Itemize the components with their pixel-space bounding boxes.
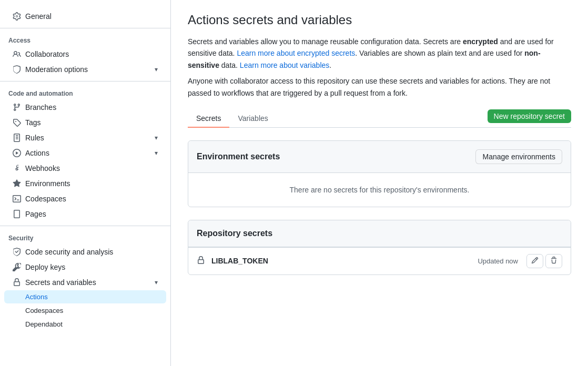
environment-secrets-header: Environment secrets Manage environments (188, 141, 571, 173)
sidebar-code-label: Code and automation (0, 86, 170, 99)
sidebar-collaborators-label: Collaborators (25, 50, 158, 58)
sidebar-item-moderation[interactable]: Moderation options ▾ (4, 62, 166, 77)
sidebar-item-environments[interactable]: Environments (4, 176, 166, 191)
desc-text-4: data. (219, 61, 240, 69)
sidebar-sub-dependabot-label: Dependabot (25, 320, 63, 328)
environment-secrets-title: Environment secrets (197, 152, 280, 161)
learn-secrets-link[interactable]: Learn more about encrypted secrets (237, 49, 355, 57)
sidebar-general-label: General (25, 12, 158, 21)
sidebar-security-label: Security (0, 230, 170, 244)
sidebar-tags-label: Tags (25, 118, 158, 127)
sidebar-sub-actions-label: Actions (25, 293, 48, 301)
learn-vars-link[interactable]: Learn more about variables (240, 61, 329, 69)
sidebar-divider-1 (0, 28, 170, 28)
tab-secrets[interactable]: Secrets (188, 110, 229, 128)
sidebar-item-code-security[interactable]: Code security and analysis (4, 245, 166, 259)
shield-check-icon (13, 248, 21, 256)
sidebar-moderation-label: Moderation options (25, 65, 150, 74)
sidebar-item-general[interactable]: General (4, 9, 166, 24)
sidebar-item-rules[interactable]: Rules ▾ (4, 130, 166, 145)
webhook-icon (13, 164, 21, 172)
chevron-down-icon-actions: ▾ (155, 149, 158, 157)
desc-text-1: Secrets and variables allow you to manag… (188, 37, 463, 46)
delete-secret-button[interactable] (545, 254, 562, 268)
tab-navigation: Secrets Variables (188, 110, 488, 127)
sidebar-item-pages[interactable]: Pages (4, 207, 166, 221)
people-icon (13, 50, 21, 58)
sidebar-branches-label: Branches (25, 103, 158, 111)
environment-secrets-section: Environment secrets Manage environments … (188, 140, 571, 207)
sidebar-divider-2 (0, 81, 170, 82)
sidebar-secrets-variables-label: Secrets and variables (25, 278, 150, 287)
sidebar-access-label: Access (0, 33, 170, 46)
rules-icon (13, 134, 21, 142)
description-paragraph-1: Secrets and variables allow you to manag… (188, 36, 571, 71)
sidebar: General Access Collaborators Moderation … (0, 0, 171, 366)
repository-secrets-header: Repository secrets (188, 220, 571, 247)
sidebar-deploy-keys-label: Deploy keys (25, 263, 158, 271)
sidebar-sub-item-actions[interactable]: Actions (4, 290, 166, 303)
desc-text-3: . Variables are shown as plain text and … (355, 49, 524, 57)
lock-icon (13, 278, 21, 287)
manage-environments-button[interactable]: Manage environments (475, 149, 562, 164)
play-icon (13, 149, 21, 157)
sidebar-item-webhooks[interactable]: Webhooks (4, 161, 166, 176)
secret-lock-icon (197, 256, 205, 266)
sidebar-code-security-label: Code security and analysis (25, 248, 158, 256)
new-repository-secret-button[interactable]: New repository secret (488, 109, 571, 123)
repository-secrets-section: Repository secrets LIBLAB_TOKEN Updated … (188, 220, 571, 275)
secret-name: LIBLAB_TOKEN (211, 257, 478, 265)
sidebar-item-collaborators[interactable]: Collaborators (4, 47, 166, 62)
codespaces-icon (13, 195, 21, 203)
pages-icon (13, 210, 21, 218)
moderation-icon (13, 65, 21, 74)
sidebar-item-tags[interactable]: Tags (4, 115, 166, 130)
sidebar-sub-codespaces-label: Codespaces (25, 307, 63, 314)
sidebar-pages-label: Pages (25, 210, 158, 218)
gear-icon (13, 12, 21, 21)
sidebar-item-actions[interactable]: Actions ▾ (4, 146, 166, 160)
secret-row-liblab: LIBLAB_TOKEN Updated now (188, 247, 571, 274)
sidebar-actions-label: Actions (25, 149, 150, 157)
sidebar-sub-item-codespaces[interactable]: Codespaces (4, 304, 166, 317)
sidebar-webhooks-label: Webhooks (25, 164, 158, 172)
encrypted-text: encrypted (463, 37, 498, 46)
environment-icon (13, 179, 21, 188)
chevron-down-icon-rules: ▾ (155, 134, 158, 141)
sidebar-codespaces-label: Codespaces (25, 195, 158, 203)
sidebar-rules-label: Rules (25, 134, 150, 142)
sidebar-item-branches[interactable]: Branches (4, 100, 166, 115)
desc-text-5: . (329, 61, 331, 69)
key-icon (13, 263, 21, 271)
description-paragraph-2: Anyone with collaborator access to this … (188, 75, 571, 99)
edit-secret-button[interactable] (526, 254, 543, 268)
tag-icon (13, 118, 21, 127)
sidebar-divider-3 (0, 226, 170, 226)
chevron-down-icon: ▾ (155, 66, 158, 73)
chevron-down-icon-secrets: ▾ (155, 279, 158, 286)
sidebar-environments-label: Environments (25, 179, 158, 188)
secret-updated-time: Updated now (478, 257, 518, 265)
sidebar-item-deploy-keys[interactable]: Deploy keys (4, 260, 166, 274)
main-content: Actions secrets and variables Secrets an… (171, 0, 588, 366)
page-title: Actions secrets and variables (188, 13, 571, 27)
sidebar-sub-item-dependabot[interactable]: Dependabot (4, 318, 166, 331)
sidebar-item-secrets-variables[interactable]: Secrets and variables ▾ (4, 275, 166, 290)
branch-icon (13, 103, 21, 111)
tab-variables[interactable]: Variables (229, 110, 276, 128)
sidebar-item-codespaces[interactable]: Codespaces (4, 191, 166, 206)
environment-secrets-empty: There are no secrets for this repository… (188, 173, 571, 207)
repository-secrets-title: Repository secrets (197, 229, 272, 238)
